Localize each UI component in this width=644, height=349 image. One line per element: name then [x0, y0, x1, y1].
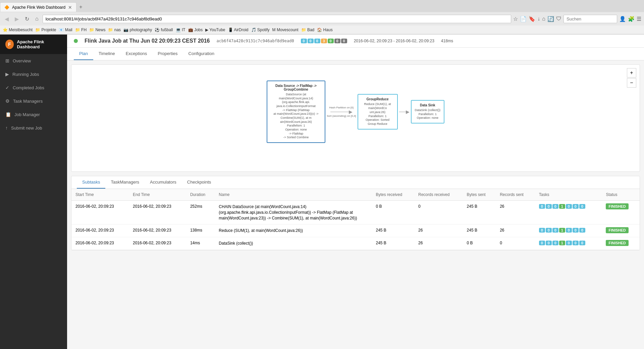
- zoom-controls: + −: [627, 68, 636, 88]
- cell-end-time: 2016-06-02, 20:09:23: [129, 225, 186, 237]
- flow-node-1[interactable]: Data Source -> FlatMap -> GroupCombine D…: [267, 81, 325, 143]
- pocket-icon[interactable]: 🔖: [529, 16, 535, 22]
- job-status-indicator: [74, 39, 78, 43]
- task-badge: 0: [539, 204, 545, 209]
- status-badge: FINISHED: [606, 240, 628, 246]
- search-input[interactable]: [564, 15, 617, 23]
- sidebar-item-running-jobs[interactable]: ▶ Running Jobs: [0, 67, 67, 81]
- url-bar[interactable]: [43, 15, 512, 23]
- tab-plan[interactable]: Plan: [74, 48, 93, 60]
- badge-5: 0: [334, 39, 340, 43]
- reload-button[interactable]: ↻: [23, 15, 31, 23]
- col-end-time: End Time: [129, 189, 186, 201]
- flow-node-2[interactable]: GroupReduce Reduce (SUM(1), at main(Word…: [358, 94, 398, 129]
- bookmark-meistbesucht[interactable]: ⭐ Meistbesucht: [3, 28, 33, 32]
- tab-configuration[interactable]: Configuration: [183, 48, 220, 60]
- col-start-time: Start Time: [71, 189, 129, 201]
- job-header: Flink Java Job at Thu Jun 02 20:09:23 CE…: [67, 35, 644, 48]
- cell-status: FINISHED: [602, 225, 640, 237]
- badge-2: 0: [314, 39, 320, 43]
- overview-icon: ⊞: [5, 58, 9, 63]
- cell-duration: 14ms: [186, 237, 215, 250]
- zoom-in-button[interactable]: +: [627, 68, 636, 78]
- bookmark-spotify[interactable]: 🎵 Spotify: [251, 28, 270, 32]
- sidebar-item-submit-job[interactable]: ↑ Submit new Job: [0, 121, 67, 135]
- extensions-icon[interactable]: 🧩: [628, 16, 635, 22]
- bookmark-jobs[interactable]: 💼 Jobs: [188, 28, 203, 32]
- running-jobs-icon: ▶: [5, 71, 9, 77]
- tab-close-button[interactable]: ✕: [68, 5, 72, 10]
- task-badge: 0: [546, 228, 552, 233]
- cell-duration: 138ms: [186, 225, 215, 237]
- bookmark-youtube[interactable]: ▶ YouTube: [205, 28, 225, 32]
- sidebar-item-task-managers[interactable]: ⚙ Task Managers: [0, 94, 67, 108]
- bookmark-fussball[interactable]: ⚽ fußball: [155, 28, 173, 32]
- tab-exceptions[interactable]: Exceptions: [120, 48, 153, 60]
- subtask-tab-subtasks[interactable]: Subtasks: [77, 176, 105, 189]
- active-tab[interactable]: 🔶 Apache Flink Web Dashboard ✕: [0, 2, 76, 12]
- badge-0: 0: [301, 39, 307, 43]
- tab-bar: 🔶 Apache Flink Web Dashboard ✕ +: [0, 0, 644, 12]
- shield-icon[interactable]: 🛡: [556, 16, 561, 22]
- sidebar-item-overview[interactable]: ⊞ Overview: [0, 54, 67, 67]
- flow-node-3[interactable]: Data Sink DataSink (collect()) Paralleli…: [411, 100, 445, 123]
- job-duration: 418ms: [441, 39, 453, 43]
- bookmark-projekte[interactable]: 📁 Projekte: [35, 28, 56, 32]
- bookmark-photography[interactable]: 📷 photography: [123, 28, 152, 32]
- tab-timeline[interactable]: Timeline: [93, 48, 120, 60]
- download-icon[interactable]: ↓: [537, 16, 540, 22]
- task-badge: 0: [566, 204, 572, 209]
- sync-icon[interactable]: 🔄: [547, 16, 554, 22]
- node3-operation: Operation: none: [415, 116, 441, 120]
- col-bytes-received: Bytes received: [372, 189, 414, 201]
- cell-bytes-sent: 245 B: [463, 225, 496, 237]
- app-layout: F Apache Flink Dashboard ⊞ Overview ▶ Ru…: [0, 35, 644, 349]
- sidebar-item-job-manager[interactable]: 📋 Job Manager: [0, 108, 67, 121]
- conn1-top: Hash Partition on [0]: [329, 106, 353, 109]
- new-tab-button[interactable]: +: [76, 3, 85, 11]
- job-time-range: 2016-06-02, 20:09:23 - 2016-06-02, 20:09…: [354, 39, 434, 43]
- bookmark-star-icon[interactable]: ☆: [513, 16, 518, 22]
- bookmark-mail[interactable]: 📧 Mail: [59, 28, 72, 32]
- node1-flatmap: -> FlatMap (FlatMapat main(WordCount.jav…: [271, 108, 321, 124]
- menu-icon[interactable]: ☰: [637, 16, 641, 22]
- cell-records-received: 26: [414, 225, 463, 237]
- tab-properties[interactable]: Properties: [152, 48, 183, 60]
- task-badge: 1: [559, 228, 565, 233]
- bookmark-nas[interactable]: 📁 nas: [108, 28, 121, 32]
- task-managers-icon: ⚙: [5, 98, 10, 104]
- task-badge: 0: [579, 241, 585, 245]
- cell-status: FINISHED: [602, 201, 640, 225]
- badge-4: 0: [328, 39, 334, 43]
- forward-button[interactable]: ▶: [13, 15, 21, 23]
- zoom-out-button[interactable]: −: [627, 78, 636, 88]
- table-row: 2016-06-02, 20:09:23 2016-06-02, 20:09:2…: [71, 225, 640, 237]
- col-bytes-sent: Bytes sent: [463, 189, 496, 201]
- cell-end-time: 2016-06-02, 20:09:23: [129, 201, 186, 225]
- subtask-tab-accumulators[interactable]: Accumulators: [145, 176, 182, 189]
- home-button[interactable]: ⌂: [33, 15, 41, 22]
- sidebar-item-completed-jobs[interactable]: ✓ Completed Jobs: [0, 81, 67, 94]
- bookmark-it[interactable]: 💻 IT: [176, 28, 185, 32]
- subtask-tab-checkpoints[interactable]: Checkpoints: [182, 176, 217, 189]
- col-tasks: Tasks: [535, 189, 602, 201]
- home-nav-icon[interactable]: ⌂: [542, 16, 545, 22]
- node3-detail: DataSink (collect()): [415, 108, 441, 112]
- table-header: Start Time End Time Duration Name Bytes …: [71, 189, 640, 201]
- badge-3: 3: [321, 39, 327, 43]
- subtask-tab-taskmanagers[interactable]: TaskManagers: [105, 176, 145, 189]
- reader-icon[interactable]: 📄: [520, 16, 527, 22]
- bookmark-news[interactable]: 📁 News: [89, 28, 105, 32]
- browser-nav-icons: 👤 🧩 ☰: [619, 16, 641, 22]
- task-badge: 0: [573, 241, 579, 245]
- table-body: 2016-06-02, 20:09:23 2016-06-02, 20:09:2…: [71, 201, 640, 250]
- bookmark-movescount[interactable]: M Movescount: [272, 28, 299, 32]
- person-icon[interactable]: 👤: [619, 16, 626, 22]
- bookmark-airdroid[interactable]: 📱 AirDroid: [228, 28, 249, 32]
- back-button[interactable]: ◀: [3, 15, 11, 23]
- bookmarks-bar: ⭐ Meistbesucht 📁 Projekte 📧 Mail 📁 FH 📁 …: [0, 26, 644, 34]
- bookmark-haus[interactable]: 🏠 Haus: [317, 28, 332, 32]
- bookmark-fh[interactable]: 📁 FH: [75, 28, 87, 32]
- cell-bytes-sent: 245 B: [463, 201, 496, 225]
- bookmark-bad[interactable]: 📁 Bad: [301, 28, 315, 32]
